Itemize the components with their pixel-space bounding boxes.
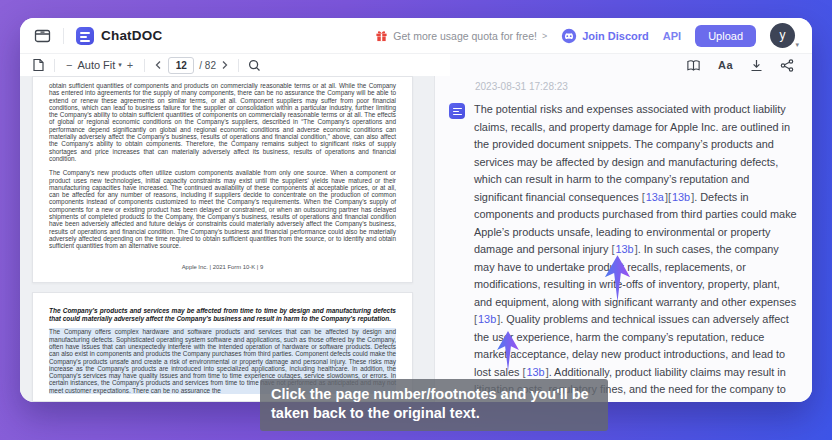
app-window: ChatDOC Get more usage quota for free! > — [20, 18, 812, 402]
user-menu[interactable]: y ▾ — [770, 23, 798, 49]
contents-book-icon[interactable] — [686, 59, 701, 72]
prev-page-button[interactable] — [154, 60, 163, 70]
page-number-input[interactable]: 12 — [168, 57, 194, 74]
promo-text: Get more usage quota for free! — [393, 30, 537, 42]
zoom-in-button[interactable]: + — [125, 59, 135, 71]
divider — [238, 59, 239, 72]
join-discord-link[interactable]: Join Discord — [561, 28, 649, 44]
promo-banner[interactable]: Get more usage quota for free! > — [375, 29, 547, 42]
chevron-right-icon: > — [542, 31, 547, 41]
next-page-button[interactable] — [220, 60, 229, 70]
divider — [63, 28, 64, 44]
pdf-paragraph: obtain sufficient quantities of componen… — [49, 82, 396, 162]
chat-panel: 2023-08-31 17:28:23 The potential risks … — [435, 76, 812, 402]
download-icon[interactable] — [750, 59, 763, 72]
discord-icon — [561, 28, 577, 44]
page-thumbnails-icon[interactable] — [32, 58, 45, 72]
page-total-label: / 82 — [199, 60, 216, 71]
top-header: ChatDOC Get more usage quota for free! > — [20, 18, 812, 53]
chatdoc-logo-icon — [76, 27, 94, 45]
divider — [54, 59, 55, 72]
pdf-page-footer: Apple Inc. | 2021 Form 10-K | 9 — [49, 264, 396, 270]
search-icon[interactable] — [248, 59, 261, 72]
bot-avatar-icon — [449, 103, 465, 119]
pdf-viewer[interactable]: obtain sufficient quantities of componen… — [20, 76, 435, 402]
message-timestamp: 2023-08-31 17:28:23 — [475, 81, 798, 92]
citation-link[interactable]: [13b] — [522, 366, 548, 378]
join-discord-label: Join Discord — [582, 30, 649, 42]
fit-mode-label: Auto Fit — [77, 59, 115, 71]
chevron-down-icon: ▾ — [118, 61, 122, 69]
file-manager-icon[interactable] — [34, 27, 51, 44]
fit-mode-dropdown[interactable]: Auto Fit ▾ — [77, 59, 121, 71]
pointer-arrow-icon — [496, 331, 520, 371]
gift-icon — [375, 29, 388, 42]
avatar: y — [770, 23, 795, 48]
pdf-heading: The Company’s products and services may … — [49, 307, 396, 322]
share-icon[interactable] — [780, 59, 794, 72]
pdf-page-9: obtain sufficient quantities of componen… — [32, 76, 413, 283]
citation-link[interactable]: [13b] — [474, 313, 500, 325]
pdf-toolbar: − Auto Fit ▾ + 12 / 82 — [20, 54, 450, 76]
chat-toolbar: Aa — [450, 54, 812, 76]
message-text: The potential risks and expenses associa… — [474, 101, 798, 402]
citation-link[interactable]: [13b] — [668, 191, 694, 203]
api-link[interactable]: API — [663, 30, 681, 42]
divider — [144, 59, 145, 72]
zoom-out-button[interactable]: − — [64, 59, 74, 71]
font-settings-icon[interactable]: Aa — [718, 59, 733, 71]
onboarding-tooltip: Click the page number/footnotes and you'… — [260, 379, 608, 431]
upload-button[interactable]: Upload — [695, 25, 756, 47]
brand[interactable]: ChatDOC — [76, 27, 162, 45]
chevron-down-icon: ▾ — [795, 41, 799, 49]
citation-link[interactable]: [13b] — [611, 243, 637, 255]
citation-link[interactable]: [13a] — [642, 191, 668, 203]
pdf-paragraph: The Company’s new products often utilize… — [49, 169, 396, 249]
brand-name: ChatDOC — [101, 28, 162, 43]
pointer-arrow-icon — [604, 255, 631, 302]
sub-toolbar: − Auto Fit ▾ + 12 / 82 — [20, 53, 812, 77]
